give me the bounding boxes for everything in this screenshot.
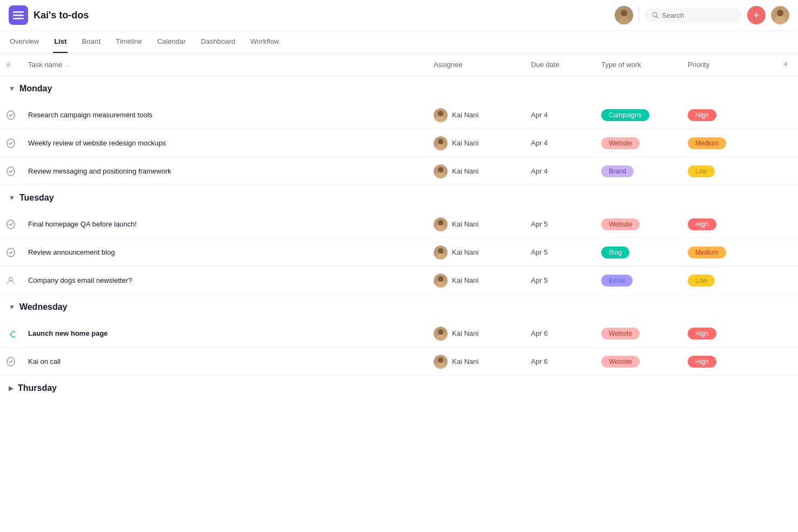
priority-badge-6: Low xyxy=(688,275,715,287)
task-name-1: Research campaign measurement tools xyxy=(22,111,425,119)
task-check-8[interactable] xyxy=(0,357,22,367)
thursday-label: Thursday xyxy=(18,383,57,393)
group-wednesday-header[interactable]: ▼ Wednesday xyxy=(0,295,798,320)
table-row: Review announcement blog Kai Nani Apr 5 … xyxy=(0,238,798,267)
svg-point-15 xyxy=(438,139,443,144)
task-priority-6: Low xyxy=(679,275,776,287)
group-thursday-header[interactable]: ▶ Thursday xyxy=(0,376,798,401)
type-badge-3: Brand xyxy=(601,165,634,177)
task-assignee-8: Kai Nani xyxy=(425,355,522,369)
check-circle-icon xyxy=(6,248,15,257)
col-hash: # xyxy=(0,55,22,74)
assignee-avatar-3 xyxy=(434,164,448,178)
task-due-1: Apr 4 xyxy=(522,111,593,119)
group-tuesday: ▼ Tuesday Final homepage QA before launc… xyxy=(0,185,798,295)
svg-line-7 xyxy=(656,16,658,18)
assignee-avatar-7 xyxy=(434,327,448,341)
wednesday-arrow-icon: ▼ xyxy=(9,303,15,311)
task-priority-5: Medium xyxy=(679,247,776,258)
task-check-5[interactable] xyxy=(0,248,22,257)
app-title: Kai's to-dos xyxy=(34,10,89,21)
task-type-6: Email xyxy=(593,275,679,287)
svg-rect-30 xyxy=(10,331,15,338)
group-wednesday: ▼ Wednesday Launch new home page Kai Nan… xyxy=(0,295,798,376)
main-content: ▼ Monday Research campaign measurement t… xyxy=(0,76,798,401)
task-check-3[interactable] xyxy=(0,167,22,176)
checkmark-icon xyxy=(8,141,14,146)
task-check-1[interactable] xyxy=(0,110,22,120)
tab-dashboard[interactable]: Dashboard xyxy=(200,31,236,53)
task-name-8: Kai on call xyxy=(22,357,425,365)
type-badge-7: Website xyxy=(601,328,640,340)
tab-calendar[interactable]: Calendar xyxy=(156,31,187,53)
checkmark-icon xyxy=(8,222,14,227)
wednesday-label: Wednesday xyxy=(19,302,68,312)
user-avatar-right[interactable] xyxy=(771,6,789,24)
task-due-5: Apr 5 xyxy=(522,248,593,256)
task-assignee-4: Kai Nani xyxy=(425,217,522,231)
svg-point-21 xyxy=(438,220,443,225)
check-circle-icon xyxy=(6,220,15,229)
task-due-2: Apr 4 xyxy=(522,139,593,147)
assignee-avatar-4 xyxy=(434,217,448,231)
task-assignee-2: Kai Nani xyxy=(425,136,522,150)
tab-overview[interactable]: Overview xyxy=(9,31,40,53)
assignee-avatar-8 xyxy=(434,355,448,369)
group-tuesday-header[interactable]: ▼ Tuesday xyxy=(0,185,798,210)
table-row: Kai on call Kai Nani Apr 6 Website High xyxy=(0,348,798,376)
task-priority-2: Medium xyxy=(679,137,776,149)
avatar-icon-left xyxy=(615,6,633,24)
col-add[interactable]: + xyxy=(776,54,798,76)
tuesday-arrow-icon: ▼ xyxy=(9,194,15,202)
monday-arrow-icon: ▼ xyxy=(9,85,15,92)
task-check-2[interactable] xyxy=(0,138,22,148)
table-header: # Task name ⌄ Assignee Due date Type of … xyxy=(0,54,798,76)
assignee-avatar-1 xyxy=(434,108,448,122)
search-input[interactable] xyxy=(662,11,734,19)
thursday-arrow-icon: ▶ xyxy=(9,384,14,392)
user-avatar-left[interactable] xyxy=(615,6,633,24)
svg-rect-0 xyxy=(13,11,24,13)
task-due-3: Apr 4 xyxy=(522,167,593,175)
tab-workflow[interactable]: Workflow xyxy=(249,31,280,53)
sort-icon: ⌄ xyxy=(65,61,70,68)
group-monday-header[interactable]: ▼ Monday xyxy=(0,76,798,101)
tab-list[interactable]: List xyxy=(53,31,68,53)
assignee-avatar-2 xyxy=(434,136,448,150)
menu-icon xyxy=(13,10,24,21)
tab-timeline[interactable]: Timeline xyxy=(115,31,143,53)
checkmark-icon xyxy=(8,250,14,255)
task-icon-6[interactable] xyxy=(0,276,22,285)
task-assignee-1: Kai Nani xyxy=(425,108,522,122)
task-due-6: Apr 5 xyxy=(522,276,593,284)
app-icon[interactable] xyxy=(9,5,28,25)
priority-badge-2: Medium xyxy=(688,137,726,149)
table-row: Final homepage QA before launch! Kai Nan… xyxy=(0,210,798,238)
task-name-2: Weekly review of website redesign mockup… xyxy=(22,139,425,147)
task-type-3: Brand xyxy=(593,165,679,177)
task-type-1: Campaigns xyxy=(593,109,679,121)
checkmark-icon xyxy=(8,112,14,118)
svg-point-12 xyxy=(438,111,443,116)
task-name-4: Final homepage QA before launch! xyxy=(22,220,425,228)
check-circle-icon xyxy=(6,357,15,367)
type-badge-4: Website xyxy=(601,218,640,230)
nav-tabs: Overview List Board Timeline Calendar Da… xyxy=(0,31,798,54)
type-badge-1: Campaigns xyxy=(601,109,649,121)
priority-badge-5: Medium xyxy=(688,247,726,258)
task-type-8: Website xyxy=(593,356,679,368)
svg-rect-1 xyxy=(13,15,24,16)
task-check-4[interactable] xyxy=(0,220,22,229)
task-icon-7[interactable] xyxy=(0,329,22,338)
diamond-icon xyxy=(6,329,15,338)
svg-rect-2 xyxy=(13,18,24,19)
task-name-6: Company dogs email newsletter? xyxy=(22,276,425,284)
tab-board[interactable]: Board xyxy=(81,31,102,53)
search-box[interactable] xyxy=(644,8,742,23)
add-button[interactable]: + xyxy=(747,6,766,24)
checkmark-icon xyxy=(8,169,14,174)
table-row: Launch new home page Kai Nani Apr 6 Webs… xyxy=(0,320,798,348)
priority-badge-3: Low xyxy=(688,165,715,177)
type-badge-8: Website xyxy=(601,356,640,368)
avatar-icon-right xyxy=(771,6,789,24)
